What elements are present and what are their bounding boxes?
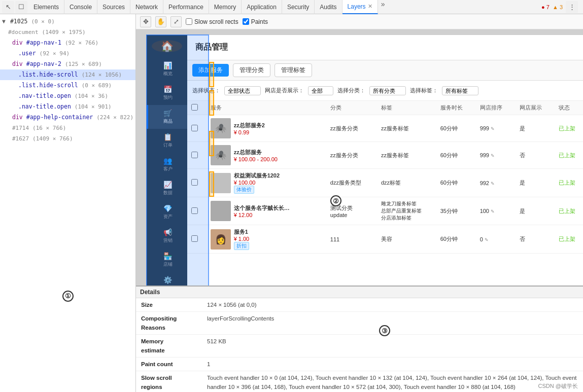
tab-memory[interactable]: Memory (209, 0, 242, 14)
dom-item[interactable]: div #app-help-container (224 × 822) (0, 112, 135, 123)
main-layout: ▼ #1025 (0 × 0) #document (1409 × 1975) … (0, 14, 583, 392)
tab-console[interactable]: Console (64, 0, 97, 14)
app-sidebar: 🏠 📊 概览 📅 预约 🛒 商品 (147, 35, 187, 286)
shop-show-filter-label: 网店是否展示： (265, 87, 304, 94)
device-toolbar-icon[interactable]: ☐ (15, 1, 27, 13)
service-status: 已上架 (559, 180, 575, 186)
row-checkbox[interactable] (191, 179, 198, 186)
service-name: 服务1 (234, 228, 250, 236)
pan-tool-button[interactable]: ✋ (155, 16, 166, 27)
sidebar-nav-item[interactable]: ⚙️ 设置 (147, 272, 187, 286)
service-price: ¥ 100.00 - 200.00 (234, 156, 278, 162)
service-show: 是 (516, 115, 555, 142)
dom-item[interactable]: #document (1409 × 1975) (0, 27, 135, 38)
sidebar-nav-item[interactable]: 👥 客户 (147, 153, 187, 176)
app-logo: 🏠 (152, 40, 182, 52)
services-table: 服务 分类 标签 服务时长 网店排序 网店展示 状态 (187, 101, 583, 254)
sidebar-nav-item[interactable]: 📅 预约 (147, 81, 187, 105)
tag-filter-select[interactable]: 所有标签 (442, 86, 478, 95)
service-show: 否 (516, 142, 555, 169)
layer-preview[interactable]: 🏠 📊 概览 📅 预约 🛒 商品 (136, 29, 583, 286)
sidebar-nav-item[interactable]: 📋 订单 (147, 129, 187, 153)
paints-checkbox[interactable] (243, 18, 249, 25)
tab-layers[interactable]: Layers ✕ (342, 0, 378, 14)
tab-security[interactable]: Security (282, 0, 315, 14)
service-show: 是 (516, 169, 555, 197)
tab-elements[interactable]: Elements (28, 0, 64, 14)
details-value-compositing: layerForScrollingContents (202, 312, 583, 335)
service-tags: zz服务标签 (377, 115, 436, 142)
service-price: ¥ 12.00 (234, 212, 295, 218)
services-table-container[interactable]: 服务 分类 标签 服务时长 网店排序 网店展示 状态 (187, 101, 583, 286)
sidebar-nav-item[interactable]: 📈 数据 (147, 176, 187, 200)
tab-performance[interactable]: Performance (163, 0, 209, 14)
service-duration: 60分钟 (436, 169, 476, 197)
manage-categories-button[interactable]: 管理分类 (233, 63, 270, 77)
tab-layers-close[interactable]: ✕ (368, 3, 372, 10)
service-status: 已上架 (559, 125, 575, 131)
dom-item-selected[interactable]: .list.hide-scroll (124 × 1056) (0, 69, 135, 80)
sidebar-nav-item[interactable]: 🏪 店铺 (147, 248, 187, 272)
select-element-icon[interactable]: ↖ (2, 1, 14, 13)
dom-item[interactable]: .nav-title.open (104 × 901) (0, 101, 135, 112)
annotation-2: ② (330, 195, 341, 206)
add-service-button[interactable]: 添加服务 (192, 64, 229, 77)
dom-item[interactable]: #1627 (1409 × 766) (0, 133, 135, 144)
dom-item[interactable]: .list.hide-scroll (0 × 689) (0, 80, 135, 91)
settings-icon[interactable]: ⋮ (566, 1, 578, 13)
app-filter-bar: 选择状态： 全部状态 网店是否展示： 全部 选择分类： 所有分类 选择标签： (187, 81, 583, 101)
dom-item[interactable]: div #app-nav-2 (125 × 689) (0, 59, 135, 69)
paints-toggle[interactable]: Paints (243, 18, 268, 25)
dom-tree[interactable]: ▼ #1025 (0 × 0) #document (1409 × 1975) … (0, 14, 135, 200)
rotate-tool-button[interactable]: ⤢ (170, 16, 182, 27)
service-status: 已上架 (559, 152, 575, 158)
service-tags: 美容 (377, 225, 436, 254)
service-extra-tag: 体验价 (234, 186, 254, 194)
sidebar-nav-item[interactable]: 💎 资产 (147, 200, 187, 224)
devtools-toolbar: ↖ ☐ Elements Console Sources Network Per… (0, 0, 583, 14)
shop-show-filter-select[interactable]: 全部 (308, 86, 333, 95)
sidebar-nav-item[interactable]: 📊 概览 (147, 57, 187, 81)
sidebar-nav-item[interactable]: 📢 营销 (147, 224, 187, 248)
slow-scroll-rects-toggle[interactable]: Slow scroll rects (186, 18, 238, 25)
status-filter-select[interactable]: 全部状态 (224, 86, 261, 95)
service-order: 0 ✎ (476, 225, 516, 254)
tab-sources[interactable]: Sources (97, 0, 130, 14)
dom-item[interactable]: ▼ #1025 (0 × 0) (0, 16, 135, 27)
details-label-slow-scroll: Slow scrollregions (136, 371, 202, 393)
sidebar-nav-item-products[interactable]: 🛒 商品 (147, 105, 187, 129)
service-name: 这个服务名字贼长长长长长长长长长长长长 (234, 204, 295, 212)
dom-item[interactable]: div #app-nav-1 (92 × 766) (0, 38, 135, 48)
tab-audits[interactable]: Audits (315, 0, 342, 14)
details-table: Size 124 × 1056 (at 0,0) CompositingReas… (136, 298, 583, 392)
service-order: 999 ✎ (476, 142, 516, 169)
category-filter-label: 选择分类： (337, 87, 365, 94)
service-tags: 雕龙刀服务标签总部产品重复标签分店添加标签 (377, 197, 436, 225)
dom-item[interactable]: .nav-title.open (104 × 36) (0, 91, 135, 101)
service-show: 是 (516, 197, 555, 225)
row-checkbox[interactable] (191, 152, 198, 158)
table-header-category: 分类 (326, 101, 377, 115)
dom-item[interactable]: #1714 (16 × 766) (0, 123, 135, 133)
tab-application[interactable]: Application (242, 0, 282, 14)
row-checkbox[interactable] (191, 235, 198, 242)
details-row-size: Size 124 × 1056 (at 0,0) (136, 298, 583, 312)
table-row: 👩 服务1 ¥ 1.00 折扣 111 (187, 225, 583, 254)
service-name: zz总部服务 (234, 149, 278, 156)
slow-scroll-checkbox[interactable] (186, 18, 192, 25)
details-label-paint-count: Paint count (136, 358, 202, 371)
service-category: zz服务分类 (326, 115, 377, 142)
tab-network[interactable]: Network (130, 0, 163, 14)
move-tool-button[interactable]: ✥ (140, 16, 151, 27)
page-title: 商品管理 (195, 42, 228, 53)
row-checkbox[interactable] (191, 207, 198, 214)
status-filter-label: 选择状态： (192, 87, 220, 94)
dom-item[interactable]: .user (92 × 94) (0, 48, 135, 59)
annotation-3: ③ (379, 325, 390, 336)
tab-more-button[interactable]: » (378, 0, 388, 14)
category-filter-select[interactable]: 所有分类 (369, 86, 406, 95)
row-checkbox[interactable] (191, 125, 198, 131)
service-category: 111 (326, 225, 377, 254)
tab-bar: Elements Console Sources Network Perform… (28, 0, 540, 14)
manage-tags-button[interactable]: 管理标签 (275, 63, 312, 77)
